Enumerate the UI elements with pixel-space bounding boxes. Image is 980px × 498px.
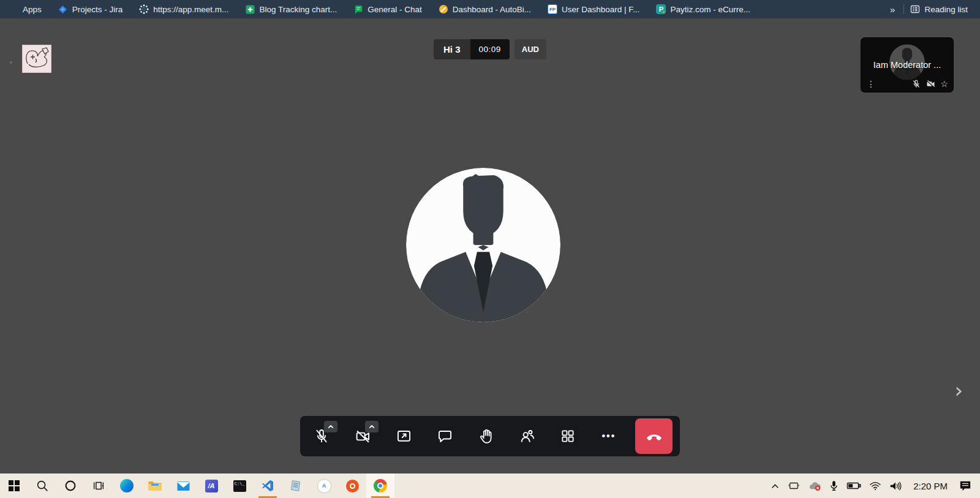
tray-clock[interactable]: 2:20 PM — [908, 481, 952, 491]
bookmark-meet-app[interactable]: https://app.meet.m... — [139, 4, 228, 14]
start-button[interactable] — [0, 473, 28, 498]
paytiz-icon: P — [656, 4, 666, 14]
windows-taskbar: /A C:\_ A — [0, 473, 980, 498]
tray-onedrive-error-icon[interactable] — [807, 480, 823, 492]
jira-icon — [58, 4, 68, 14]
stage-dot — [10, 61, 12, 64]
meeting-timer: 00:09 — [470, 39, 510, 59]
task-view-icon — [92, 479, 105, 492]
apps-grid-icon — [9, 4, 18, 14]
meeting-header: Hi 3 00:09 AUD — [0, 39, 980, 59]
tray-wifi-icon[interactable] — [868, 480, 883, 492]
cortana-button[interactable] — [56, 473, 85, 498]
participants-button[interactable] — [513, 419, 541, 453]
sheets-plus-icon — [245, 4, 255, 14]
meeting-title: Hi 3 — [434, 39, 470, 59]
filmstrip-toggle-chevron[interactable]: › — [954, 380, 963, 401]
meeting-toolbar: ••• — [300, 416, 680, 456]
a-app-icon: /A — [205, 480, 218, 492]
bookmark-label: Apps — [23, 5, 42, 14]
camera-off-icon — [925, 79, 936, 89]
a-app-button[interactable]: /A — [197, 473, 225, 498]
chat-icon — [437, 428, 453, 445]
vscode-icon — [261, 479, 274, 492]
task-view-button[interactable] — [85, 473, 113, 498]
hangup-button[interactable] — [635, 418, 673, 454]
chrome-button[interactable] — [366, 473, 394, 498]
notepad-icon — [289, 479, 303, 492]
participant-thumbnail[interactable]: Iam Moderator ... ⋮ ☆ — [861, 38, 953, 92]
more-options-button[interactable]: ••• — [594, 419, 623, 453]
terminal-icon: C:\_ — [233, 480, 246, 492]
ubuntu-button[interactable] — [338, 473, 366, 498]
chat-button[interactable] — [431, 419, 459, 453]
bookmark-jira[interactable]: Projects - Jira — [58, 4, 123, 14]
studio-button[interactable]: A — [310, 473, 338, 498]
google-chat-icon — [353, 4, 363, 14]
more-options-icon: ••• — [602, 431, 616, 442]
video-options-chevron[interactable] — [365, 421, 379, 432]
bookmark-general-chat[interactable]: General - Chat — [353, 4, 422, 14]
file-explorer-icon — [148, 480, 162, 492]
tray-volume-icon[interactable] — [888, 480, 903, 492]
tray-display-icon[interactable] — [786, 479, 801, 492]
audio-only-badge: AUD — [514, 39, 546, 59]
share-screen-button[interactable] — [390, 419, 418, 453]
cortana-circle-icon — [64, 479, 77, 492]
bookmark-apps[interactable]: Apps — [9, 4, 42, 14]
meet-app-icon — [139, 4, 149, 14]
audio-options-chevron[interactable] — [324, 421, 337, 432]
bookmark-label: Dashboard - AutoBi... — [453, 5, 531, 14]
vscode-button[interactable] — [254, 473, 282, 498]
reading-list-icon — [910, 4, 920, 14]
mail-icon — [176, 480, 190, 492]
bookmark-blog-tracking[interactable]: Blog Tracking chart... — [245, 4, 337, 14]
participant-status-icons: ☆ — [911, 79, 948, 89]
bookmark-paytiz[interactable]: P Paytiz.com - eCurre... — [656, 4, 750, 14]
participants-icon — [519, 428, 535, 445]
bookmark-label: Projects - Jira — [72, 5, 123, 14]
tray-battery-icon[interactable] — [845, 480, 862, 491]
stage-avatar — [406, 168, 560, 322]
search-icon — [36, 479, 49, 492]
action-center-button[interactable] — [958, 479, 973, 493]
tray-show-hidden-chevron[interactable] — [769, 481, 781, 491]
mute-button[interactable] — [307, 419, 336, 453]
reading-list-label: Reading list — [924, 5, 968, 14]
tray-microphone-icon[interactable] — [828, 479, 840, 492]
bookmarks-bar: Apps Projects - Jira https://app.meet.m.… — [0, 0, 980, 18]
meeting-subject-pill[interactable]: Hi 3 00:09 — [434, 39, 510, 59]
share-screen-icon — [396, 428, 412, 445]
file-explorer-button[interactable] — [141, 473, 169, 498]
participant-menu-icon[interactable]: ⋮ — [867, 80, 875, 88]
terminal-button[interactable]: C:\_ — [225, 473, 254, 498]
mail-button[interactable] — [169, 473, 197, 498]
bookmarks-divider — [903, 4, 904, 14]
search-button[interactable] — [28, 473, 56, 498]
bookmark-label: General - Chat — [368, 5, 422, 14]
fp-icon: FP — [548, 4, 557, 14]
autobi-icon — [439, 4, 448, 14]
ubuntu-icon — [346, 480, 359, 492]
studio-icon: A — [318, 480, 331, 492]
screen: Apps Projects - Jira https://app.meet.m.… — [0, 0, 980, 498]
mic-muted-icon — [911, 79, 921, 89]
reading-list-button[interactable]: Reading list — [910, 4, 968, 14]
windows-logo-icon — [9, 480, 20, 491]
raise-hand-icon — [478, 428, 494, 445]
bookmark-label: Blog Tracking chart... — [259, 5, 337, 14]
raise-hand-button[interactable] — [472, 419, 500, 453]
tile-view-button[interactable] — [554, 419, 582, 453]
edge-icon — [120, 479, 134, 492]
bookmark-autobi[interactable]: Dashboard - AutoBi... — [439, 4, 531, 14]
notepad-button[interactable] — [282, 473, 310, 498]
bookmarks-overflow-chevron[interactable]: » — [883, 4, 902, 15]
bookmark-label: https://app.meet.m... — [153, 5, 228, 14]
star-icon[interactable]: ☆ — [940, 80, 948, 88]
meeting-stage: Hi 3 00:09 AUD Iam Moderator .. — [0, 18, 980, 473]
camera-button[interactable] — [349, 419, 377, 453]
chrome-icon — [374, 479, 387, 492]
bookmark-user-dashboard[interactable]: FP User Dashboard | F... — [548, 4, 639, 14]
participant-name: Iam Moderator ... — [861, 60, 953, 70]
edge-button[interactable] — [113, 473, 141, 498]
